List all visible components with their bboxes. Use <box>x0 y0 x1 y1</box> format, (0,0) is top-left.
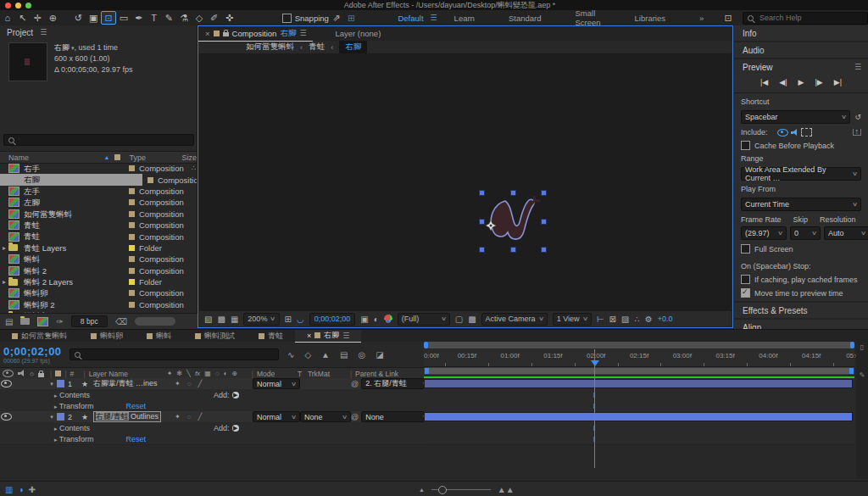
magnification-icon[interactable]: ▩ <box>217 315 225 324</box>
workspace-libraries[interactable]: Libraries <box>618 14 682 23</box>
always-preview-icon[interactable]: ▧ <box>204 315 212 324</box>
brush-tool-icon[interactable]: ✎ <box>161 10 176 25</box>
expand-transfer-controls-icon[interactable]: ◑ <box>18 485 23 494</box>
snapping-checkbox[interactable] <box>282 14 292 23</box>
mask-visibility-icon[interactable]: ◡ <box>297 315 304 324</box>
layer-1-track[interactable] <box>424 378 854 390</box>
viewer-timecode[interactable]: 0;00;02;00 <box>309 313 356 326</box>
layer-visibility-icon[interactable] <box>1 380 12 387</box>
pixel-aspect-icon[interactable]: ⊢ <box>597 315 604 324</box>
layer-expander-icon[interactable]: ▾ <box>47 381 57 387</box>
selection-handle[interactable] <box>541 190 547 196</box>
pan-behind-tool-icon[interactable]: ⊡ <box>101 11 116 25</box>
new-composition-icon[interactable] <box>37 317 48 326</box>
label-chip[interactable] <box>129 165 135 171</box>
viewer-menu-icon[interactable]: ☰ <box>299 29 306 37</box>
label-chip[interactable] <box>129 245 135 251</box>
layer-2-contents-row[interactable]: ▸ Contents Add:▶ <box>0 422 424 434</box>
comp-marker-bin-icon[interactable]: ✎ <box>860 371 865 379</box>
full-screen-checkbox[interactable] <box>741 244 750 254</box>
type-tool-icon[interactable]: T <box>147 10 162 25</box>
fast-previews-icon[interactable]: ⊠ <box>609 315 615 324</box>
share-preview-icon[interactable]: ↑ <box>853 129 862 136</box>
project-column-header[interactable]: Name ▲ Type Size <box>0 151 197 164</box>
project-row[interactable]: 青蛙Composition <box>0 220 197 231</box>
layer-name[interactable]: 右腳掌/青蛙 …ines <box>93 378 175 389</box>
column-name[interactable]: Name <box>8 153 29 162</box>
graph-editor-icon[interactable]: ◪ <box>376 350 383 359</box>
selection-handle[interactable] <box>510 190 516 196</box>
blend-mode-dropdown[interactable]: Normal∨ <box>253 411 300 422</box>
label-chip[interactable] <box>129 268 135 274</box>
layer-name-edit-field[interactable]: 右腿/青蛙 Outlines <box>93 411 161 422</box>
selection-handle[interactable] <box>479 247 485 253</box>
close-tab-icon[interactable]: × <box>307 332 311 340</box>
label-chip[interactable] <box>129 211 135 217</box>
project-row-folder[interactable]: ▸青蛙 LayersFolder <box>0 242 197 254</box>
info-panel-tab[interactable]: Info <box>734 25 868 41</box>
if-caching-checkbox[interactable] <box>741 275 750 284</box>
column-type[interactable]: Type <box>129 153 181 162</box>
project-row-folder[interactable]: ▸蝌蚪 2 LayersFolder <box>0 276 197 287</box>
new-folder-icon[interactable] <box>20 318 30 325</box>
project-settings-icon[interactable]: ✑ <box>56 317 63 326</box>
project-row[interactable]: 蝌蚪 2Composition <box>0 265 197 276</box>
zoom-tool-icon[interactable]: ⊕ <box>45 10 60 25</box>
breadcrumb-item[interactable]: 如何當隻蝌蚪 <box>246 42 294 53</box>
hand-tool-icon[interactable]: ✛ <box>31 10 46 25</box>
transform-expander-icon[interactable]: ▸ <box>54 437 58 443</box>
reset-transform-link[interactable]: Reset <box>126 435 147 443</box>
expander-icon[interactable]: ▸ <box>0 244 8 252</box>
first-frame-button[interactable]: |◀ <box>760 78 768 86</box>
project-row[interactable]: 蝌蚪卵 2Composition <box>0 299 197 310</box>
guides-icon[interactable]: ▦ <box>231 315 238 324</box>
timeline-tab-active[interactable]: × 右腳 ☰ <box>295 330 361 343</box>
selected-shape-layer[interactable] <box>481 192 544 250</box>
expand-layer-switches-icon[interactable]: ▥ <box>5 485 13 494</box>
label-chip[interactable] <box>129 199 135 205</box>
resolution-dropdown[interactable]: (Full)∨ <box>398 313 450 326</box>
parent-dropdown[interactable]: None∨ <box>361 411 431 422</box>
previous-frame-button[interactable]: ◀| <box>779 78 787 86</box>
project-panel-menu-icon[interactable]: ☰ <box>40 28 47 36</box>
label-chip[interactable] <box>129 234 135 240</box>
work-area-bar[interactable] <box>424 367 854 375</box>
roto-brush-tool-icon[interactable]: ✐ <box>207 10 222 25</box>
expander-icon[interactable]: ▸ <box>0 278 8 286</box>
workspace-default-menu-icon[interactable]: ☰ <box>431 14 437 22</box>
zoom-window-button[interactable] <box>25 3 31 8</box>
snap-along-edges-icon[interactable]: ⇗ <box>329 10 344 25</box>
comp-button-icon[interactable]: ▯ <box>860 343 864 351</box>
project-tab[interactable]: Project <box>7 28 33 37</box>
pick-whip-icon[interactable]: @ <box>351 380 359 388</box>
comp-mini-flowchart-icon[interactable]: ∿ <box>287 350 294 359</box>
search-help-input[interactable] <box>758 13 863 23</box>
transparency-grid-icon[interactable]: ▩ <box>468 315 476 324</box>
project-row[interactable]: 蝌蚪Composition <box>0 254 197 265</box>
resolution-select-dropdown[interactable]: Auto∨ <box>824 226 868 240</box>
timeline-tab[interactable]: 青蛙 <box>247 330 295 342</box>
selection-handle[interactable] <box>510 247 516 253</box>
timeline-tab[interactable]: 蝌蚪卵 <box>79 330 135 342</box>
include-video-icon[interactable] <box>777 129 788 137</box>
preview-menu-icon[interactable]: ☰ <box>854 63 861 71</box>
shortcut-dropdown[interactable]: Spacebar∨ <box>741 110 850 124</box>
audio-panel-tab[interactable]: Audio <box>734 42 868 58</box>
reset-exposure-icon[interactable]: ⚙ <box>645 315 653 324</box>
eraser-tool-icon[interactable]: ◇ <box>192 10 207 25</box>
selection-handle[interactable] <box>479 219 485 225</box>
zoom-in-frames-icon[interactable]: ▲▲ <box>498 485 515 494</box>
label-column-icon[interactable] <box>114 154 120 160</box>
project-row[interactable]: 左腳Composition <box>0 197 197 208</box>
flowchart-button-icon[interactable]: ∴ <box>634 315 639 324</box>
project-row[interactable]: 蝌蚪卵Composition <box>0 287 197 298</box>
frame-rate-dropdown[interactable]: (29.97)∨ <box>741 226 787 240</box>
pick-whip-icon[interactable]: @ <box>351 413 359 421</box>
label-chip[interactable] <box>129 256 135 262</box>
project-footer-scrollbar[interactable] <box>135 317 175 326</box>
show-snapshot-icon[interactable]: ◐ <box>374 315 379 324</box>
hide-shy-layers-icon[interactable]: ▲ <box>321 350 330 359</box>
layer-2-duration-bar[interactable] <box>424 412 853 421</box>
layer-visibility-icon[interactable] <box>1 413 12 421</box>
layer-2-track[interactable] <box>424 411 854 423</box>
